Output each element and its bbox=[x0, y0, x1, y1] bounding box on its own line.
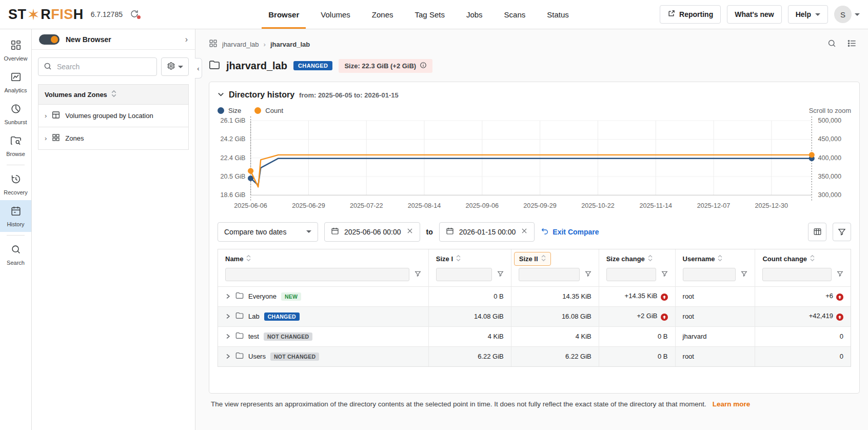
info-icon[interactable] bbox=[420, 62, 427, 70]
filter-input-size-ii[interactable] bbox=[519, 268, 580, 281]
increase-alert-icon bbox=[661, 314, 668, 321]
user-menu[interactable]: S bbox=[834, 6, 860, 23]
whats-new-button[interactable]: What's new bbox=[727, 5, 781, 24]
column-header-size-i[interactable]: Size I bbox=[428, 249, 511, 265]
expand-row-icon[interactable] bbox=[225, 292, 231, 301]
sidebar-item-history[interactable]: History bbox=[0, 200, 31, 232]
chevron-right-icon[interactable]: › bbox=[45, 134, 47, 142]
sidebar-item-recovery[interactable]: Recovery bbox=[0, 168, 31, 200]
filter-funnel-icon[interactable] bbox=[837, 270, 843, 279]
svg-text:18.6 GiB: 18.6 GiB bbox=[220, 191, 245, 199]
search-icon[interactable] bbox=[827, 38, 837, 50]
sort-icon[interactable] bbox=[718, 255, 722, 263]
svg-text:2025-06-06: 2025-06-06 bbox=[234, 202, 267, 209]
sort-icon[interactable] bbox=[246, 255, 251, 263]
collapse-section-icon[interactable] bbox=[218, 90, 224, 100]
sort-icon[interactable] bbox=[456, 255, 461, 263]
filter-input-size-i[interactable] bbox=[436, 268, 492, 281]
table-row-lab[interactable]: LabCHANGED14.08 GiB16.08 GiB+2 GiBroot+4… bbox=[218, 306, 851, 326]
filter-funnel-icon[interactable] bbox=[497, 270, 504, 279]
sidebar-item-sunburst[interactable]: Sunburst bbox=[0, 98, 31, 130]
svg-text:350,000: 350,000 bbox=[818, 173, 841, 180]
filter-input-name[interactable] bbox=[225, 268, 409, 281]
column-header-name[interactable]: Name bbox=[218, 249, 428, 265]
filter-funnel-icon[interactable] bbox=[415, 270, 421, 279]
breadcrumb-item-volume[interactable]: jharvard_lab bbox=[222, 41, 259, 48]
table-row-everyone[interactable]: EveryoneNEW0 B14.35 KiB+14.35 KiBroot+6 bbox=[218, 286, 851, 306]
clear-icon[interactable] bbox=[521, 227, 528, 236]
avatar[interactable]: S bbox=[834, 6, 852, 23]
size1-cell: 4 KiB bbox=[428, 326, 511, 346]
filter-input-size-change[interactable] bbox=[606, 268, 656, 281]
column-settings-button[interactable] bbox=[808, 223, 826, 241]
new-browser-label: New Browser bbox=[66, 35, 179, 44]
legend-item-size[interactable]: Size bbox=[218, 107, 241, 114]
filter-button[interactable] bbox=[833, 223, 851, 241]
tab-jobs[interactable]: Jobs bbox=[456, 0, 494, 29]
table-row-users[interactable]: UsersNOT CHANGED6.22 GiB6.22 GiB0 Broot0 bbox=[218, 346, 851, 366]
chevron-right-icon[interactable]: › bbox=[185, 35, 188, 44]
svg-text:500,000: 500,000 bbox=[818, 117, 841, 124]
tab-browser[interactable]: Browser bbox=[258, 0, 310, 29]
breadcrumb-item-current[interactable]: jharvard_lab bbox=[270, 41, 310, 48]
panel-settings-button[interactable] bbox=[161, 57, 189, 76]
tree-item-volumes-grouped-by-location[interactable]: ›Volumes grouped by Location bbox=[38, 104, 188, 127]
sort-icon[interactable] bbox=[541, 255, 546, 263]
date-to-field[interactable]: 2026-01-15 00:00 bbox=[439, 222, 535, 242]
folder-icon bbox=[235, 312, 244, 321]
refresh-icon[interactable] bbox=[130, 9, 140, 19]
username-cell: jharvard bbox=[675, 326, 755, 346]
filter-input-count-change[interactable] bbox=[762, 268, 832, 281]
volume-search-input[interactable] bbox=[38, 57, 157, 76]
new-browser-toggle[interactable] bbox=[39, 34, 60, 45]
filter-funnel-icon[interactable] bbox=[585, 270, 591, 279]
chevron-right-icon[interactable]: › bbox=[45, 112, 47, 120]
column-header-size-change[interactable]: Size change bbox=[599, 249, 675, 265]
column-header-count-change[interactable]: Count change bbox=[755, 249, 851, 265]
tab-volumes[interactable]: Volumes bbox=[310, 0, 361, 29]
page-title: jharvard_lab bbox=[226, 60, 287, 72]
sidebar-item-analytics[interactable]: Analytics bbox=[0, 66, 31, 98]
refresh-alert-dot bbox=[137, 15, 141, 19]
search-icon bbox=[10, 244, 22, 257]
learn-more-link[interactable]: Learn more bbox=[713, 400, 751, 408]
filter-funnel-icon[interactable] bbox=[741, 270, 747, 279]
reporting-button[interactable]: Reporting bbox=[660, 5, 721, 24]
filter-funnel-icon[interactable] bbox=[661, 270, 668, 279]
help-button[interactable]: Help bbox=[788, 5, 828, 24]
column-header-size-ii[interactable]: Size II bbox=[511, 249, 599, 265]
clear-icon[interactable] bbox=[406, 227, 413, 236]
collapse-panel-button[interactable]: ‹ bbox=[195, 58, 202, 79]
list-view-icon[interactable] bbox=[847, 38, 857, 50]
sidebar-item-search[interactable]: Search bbox=[0, 239, 31, 270]
tab-scans[interactable]: Scans bbox=[494, 0, 537, 29]
expand-row-icon[interactable] bbox=[225, 353, 231, 361]
logo-text-r: R bbox=[41, 7, 51, 23]
column-header-username[interactable]: Username bbox=[675, 249, 755, 265]
tab-status[interactable]: Status bbox=[536, 0, 580, 29]
legend-dot bbox=[254, 107, 261, 114]
browse-icon bbox=[10, 135, 22, 148]
date-from-field[interactable]: 2025-06-06 00:00 bbox=[324, 222, 420, 242]
panel-search-row bbox=[38, 57, 189, 76]
sidebar-item-browse[interactable]: Browse bbox=[0, 130, 31, 162]
table-row-test[interactable]: testNOT CHANGED4 KiB4 KiB0 Bjharvard0 bbox=[218, 326, 851, 346]
sort-icon bbox=[111, 90, 116, 99]
expand-row-icon[interactable] bbox=[225, 312, 231, 321]
sidebar-item-overview[interactable]: Overview bbox=[0, 34, 31, 66]
size-change-cell: +14.35 KiB bbox=[599, 286, 675, 306]
tab-tag-sets[interactable]: Tag Sets bbox=[404, 0, 456, 29]
tree-item-zones[interactable]: ›Zones bbox=[38, 127, 188, 149]
exit-compare-link[interactable]: Exit Compare bbox=[541, 227, 599, 237]
sort-icon[interactable] bbox=[648, 255, 653, 263]
legend-item-count[interactable]: Count bbox=[254, 107, 283, 114]
filter-input-username[interactable] bbox=[683, 268, 736, 281]
sort-icon[interactable] bbox=[810, 255, 815, 263]
compare-mode-select[interactable]: Compare two dates bbox=[218, 222, 318, 242]
svg-text:400,000: 400,000 bbox=[818, 154, 841, 162]
tree-header[interactable]: Volumes and Zones bbox=[38, 85, 188, 104]
tab-zones[interactable]: Zones bbox=[361, 0, 404, 29]
chevron-down-icon bbox=[815, 13, 820, 16]
expand-row-icon[interactable] bbox=[225, 333, 231, 341]
directory-history-chart[interactable]: 26.1 GiB500,00024.2 GiB450,00022.4 GiB40… bbox=[218, 116, 851, 216]
